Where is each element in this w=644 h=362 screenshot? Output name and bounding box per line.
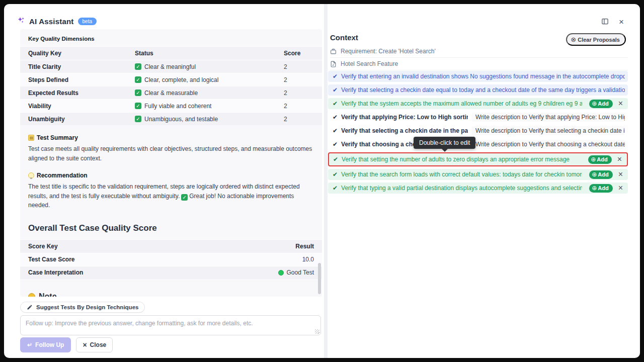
check-icon: ✓ (135, 116, 141, 122)
side-panel-toggle-icon[interactable] (601, 18, 609, 27)
close-button[interactable]: × Close (76, 337, 113, 352)
panel-divider (324, 4, 328, 358)
table-row: Steps Defined ✓Clear, complete, and logi… (20, 73, 322, 86)
add-proposal-button[interactable]: ⊕Add (589, 184, 612, 193)
overall-score-heading: Overall Test Case Quality Score (20, 223, 322, 233)
check-mark-icon: ✔ (333, 73, 338, 80)
double-click-tooltip: Double-click to edit (414, 137, 475, 149)
clear-proposals-button[interactable]: ⊗ Clear Proposals (566, 33, 626, 46)
circled-plus-icon: ⊕ (592, 100, 597, 107)
add-proposal-button[interactable]: ⊕Add (589, 100, 612, 108)
table-row: Test Case Score 10.0 (20, 253, 322, 266)
check-icon: ✓ (135, 103, 141, 109)
check-icon: ✓ (135, 63, 141, 70)
note-icon (28, 293, 35, 297)
close-icon: × (83, 341, 87, 349)
circled-plus-icon: ⊕ (592, 185, 597, 192)
check-mark-icon: ✔ (333, 141, 338, 148)
check-mark-icon: ✔ (333, 171, 338, 178)
write-description-proposal[interactable]: Write description to Verify that applyin… (471, 113, 625, 122)
context-item-feature[interactable]: Hotel Search Feature (330, 58, 628, 70)
sparkles-icon (17, 16, 25, 26)
check-mark-icon: ✔ (333, 127, 338, 134)
ai-assistant-window: AI Assistant beta × Key Quality Dimensio… (4, 4, 640, 358)
proposal-row[interactable]: ✔ Verify that choosing a check Write des… (328, 139, 628, 150)
check-mark-icon: ✔ (333, 100, 338, 107)
dismiss-proposal-button[interactable]: × (616, 184, 625, 192)
proposal-row[interactable]: ✔ Verify that entering an invalid destin… (328, 71, 628, 82)
test-summary-heading: Test Summary (28, 134, 314, 141)
left-panel-scrollbar[interactable] (318, 263, 321, 294)
app-title: AI Assistant (29, 17, 74, 26)
app-header: AI Assistant beta (17, 16, 97, 26)
note-heading: Note (20, 292, 322, 297)
score-table-header: Score Key Result (20, 239, 322, 253)
quality-report-panel: Key Quality Dimensions Quality Key Statu… (20, 29, 322, 297)
followup-button[interactable]: ↵ Follow Up (20, 337, 71, 352)
recommendation-text: The test title is specific to the valida… (28, 182, 313, 210)
table-row: Title Clarity ✓Clear & meaningful 2 (20, 60, 322, 73)
check-mark-icon: ✔ (333, 114, 338, 121)
quality-table: Quality Key Status Score Title Clarity ✓… (20, 46, 322, 125)
proposal-row[interactable]: ✔ Verify that selecting a checkin date i… (328, 125, 628, 136)
test-summary-text: Test case meets all quality requirements… (28, 144, 313, 163)
dismiss-proposal-button[interactable]: × (616, 100, 625, 108)
quality-section-title: Key Quality Dimensions (20, 29, 322, 46)
green-dot-icon (278, 270, 284, 276)
check-mark-icon: ✔ (333, 156, 338, 163)
textarea-resize-handle[interactable] (315, 329, 319, 334)
proposal-row-highlighted[interactable]: ✔ Verify that setting the number of adul… (328, 152, 628, 166)
pencil-icon (27, 304, 33, 310)
write-description-proposal[interactable]: Write description to Verify that selecti… (471, 126, 625, 135)
proposal-row[interactable]: ✔ Verify that typing a valid partial des… (328, 183, 628, 194)
followup-input[interactable] (20, 315, 321, 335)
circled-plus-icon: ⊕ (591, 156, 596, 163)
check-icon: ✓ (135, 89, 141, 96)
briefcase-icon (330, 48, 337, 55)
proposal-row[interactable]: ✔ Verify that the system accepts the max… (328, 98, 628, 109)
check-icon: ✓ (181, 194, 188, 201)
close-panel-icon[interactable]: × (619, 17, 624, 27)
score-table: Score Key Result Test Case Score 10.0 Ca… (20, 239, 322, 279)
col-status: Status (135, 50, 284, 57)
check-icon: ✓ (135, 76, 141, 83)
recommendation-heading: Recommendation (28, 172, 314, 179)
return-icon: ↵ (27, 341, 32, 348)
check-mark-icon: ✔ (333, 86, 338, 94)
quality-table-header: Quality Key Status Score (20, 46, 322, 60)
check-mark-icon: ✔ (333, 185, 338, 192)
suggest-tests-button[interactable]: Suggest Tests By Design Techniques (20, 302, 145, 313)
table-row: Expected Results ✓Clear & measurable 2 (20, 86, 322, 99)
dismiss-proposal-button[interactable]: × (615, 155, 624, 163)
memo-icon (28, 135, 34, 141)
beta-badge: beta (78, 18, 97, 25)
add-proposal-button[interactable]: ⊕Add (588, 155, 611, 164)
document-icon (330, 61, 337, 67)
col-score: Score (284, 50, 314, 57)
table-row: Unambiguity ✓Unambiguous, and testable 2 (20, 112, 322, 125)
dismiss-proposal-button[interactable]: × (616, 170, 625, 178)
case-interpretation-value: Good Test (278, 269, 314, 276)
table-row: Viability ✓Fully viable and coherent 2 (20, 99, 322, 112)
lightbulb-icon (28, 172, 34, 178)
proposal-row[interactable]: ✔ Verify that selecting a checkin date e… (328, 84, 628, 96)
col-quality-key: Quality Key (28, 50, 135, 57)
table-row: Case Interpretation Good Test (20, 266, 322, 279)
proposal-list: ✔ Verify that entering an invalid destin… (328, 71, 628, 196)
circled-x-icon: ⊗ (571, 36, 576, 43)
test-case-score-value: 10.0 (302, 256, 314, 263)
context-item-requirement[interactable]: Requirement: Create 'Hotel Search' (330, 45, 628, 58)
write-description-proposal[interactable]: Write description to Verify that choosin… (471, 140, 625, 149)
add-proposal-button[interactable]: ⊕Add (589, 170, 612, 179)
proposal-row[interactable]: ✔ Verify that applying Price: Low to Hig… (328, 112, 628, 123)
circled-plus-icon: ⊕ (592, 171, 597, 178)
context-title: Context (330, 33, 358, 42)
proposal-row[interactable]: ✔ Verify that the search form loads with… (328, 169, 628, 180)
